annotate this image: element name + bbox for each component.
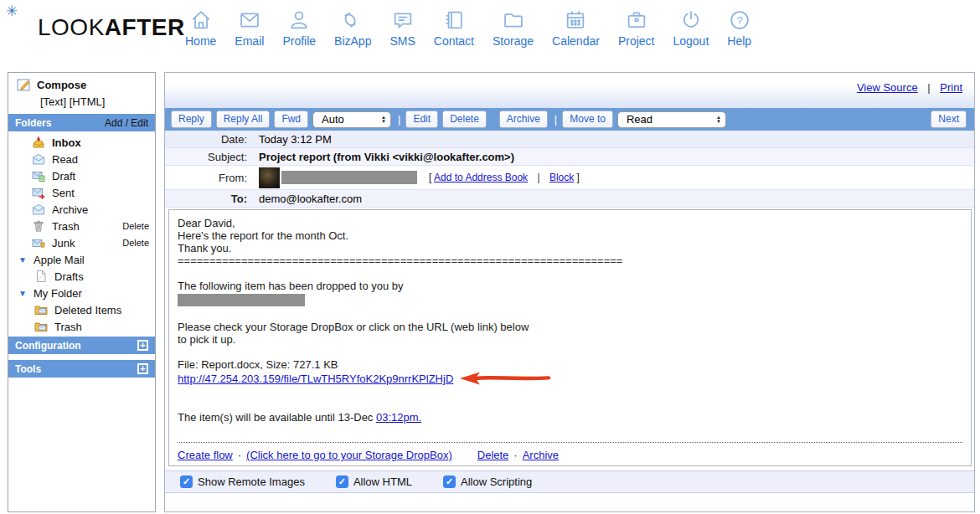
draft-folder-icon xyxy=(32,169,45,182)
nav-item-profile[interactable]: Profile xyxy=(273,8,325,48)
nav-item-project[interactable]: Project xyxy=(609,8,664,48)
option-allow-html[interactable]: ✓ Allow HTML xyxy=(336,475,412,488)
nav-item-logout[interactable]: Logout xyxy=(663,8,718,48)
app-logo: LOOKAFTER xyxy=(38,14,185,41)
red-arrow-annotation xyxy=(457,371,551,386)
edit-button[interactable]: Edit xyxy=(405,111,438,128)
compose-block: Compose [Text] [HTML] xyxy=(8,73,155,114)
folders-header: Folders Add / Edit xyxy=(8,114,155,131)
profile-icon xyxy=(287,8,311,32)
sidebar-item-read[interactable]: Read xyxy=(8,151,155,167)
chevron-down-icon[interactable]: ▼ xyxy=(18,289,30,298)
sidebar-section-my-folder[interactable]: ▼ My Folder xyxy=(8,285,155,301)
read-folder-icon xyxy=(32,152,45,166)
nav-item-help[interactable]: ? Help xyxy=(718,8,761,48)
compose-text-link[interactable]: [Text] xyxy=(40,95,66,108)
sidebar-item-trash[interactable]: Trash Delete xyxy=(8,218,155,234)
nav-item-contact[interactable]: Contact xyxy=(425,8,483,48)
sidebar-item-sent[interactable]: Sent xyxy=(8,184,155,201)
sidebar-item-archive[interactable]: Archive xyxy=(8,201,155,218)
expand-plus-icon[interactable]: + xyxy=(137,363,148,374)
checkbox-checked-icon[interactable]: ✓ xyxy=(336,475,348,488)
header-row-date: Date: Today 3:12 PM xyxy=(165,131,974,148)
nav-item-storage[interactable]: Storage xyxy=(483,8,543,48)
delete-button[interactable]: Delete xyxy=(442,111,487,128)
header-row-from: From: [ Add to Address Book | Block ] xyxy=(165,166,974,190)
junk-delete-link[interactable]: Delete xyxy=(122,238,155,248)
nav-item-sms[interactable]: SMS xyxy=(380,8,424,48)
archive-button[interactable]: Archive xyxy=(499,111,548,128)
folders-add-edit-link[interactable]: Add / Edit xyxy=(105,117,148,129)
file-download-link[interactable]: http://47.254.203.159/file/TLwTH5RYfoK2K… xyxy=(178,373,453,385)
compose-button[interactable]: Compose xyxy=(17,78,148,92)
stepper-icon: ▲▼ xyxy=(381,116,386,124)
sidebar-item-my-trash[interactable]: Trash xyxy=(8,318,155,335)
main-nav: Home Email Profile BizApp SMS Contact xyxy=(176,8,761,48)
compose-label: Compose xyxy=(37,79,86,91)
availability-text: The item(s) will be available until 13-D… xyxy=(178,411,373,424)
message-footer: Create flow · (Click here to go to your … xyxy=(178,442,962,461)
reply-all-button[interactable]: Reply All xyxy=(216,111,271,128)
trash-delete-link[interactable]: Delete xyxy=(122,221,155,231)
storage-dropbox-link[interactable]: (Click here to go to your Storage DropBo… xyxy=(246,449,452,461)
nav-label: Logout xyxy=(673,34,709,48)
from-actions-separator: | xyxy=(537,172,539,183)
nav-item-email[interactable]: Email xyxy=(225,8,273,48)
bracket: [ xyxy=(429,172,431,183)
date-value: Today 3:12 PM xyxy=(259,133,332,146)
footer-delete-link[interactable]: Delete xyxy=(477,449,509,461)
body-greeting: Dear David, xyxy=(178,217,962,229)
app-badge-icon: ✳ xyxy=(6,3,18,20)
from-label: From: xyxy=(165,172,259,184)
email-icon xyxy=(238,8,261,32)
option-show-remote-images[interactable]: ✓ Show Remote Images xyxy=(180,475,305,488)
fwd-button[interactable]: Fwd xyxy=(274,111,308,128)
body-divider: ========================================… xyxy=(178,254,962,267)
sidebar-item-drafts[interactable]: Drafts xyxy=(8,268,155,285)
nav-item-calendar[interactable]: Calendar xyxy=(543,8,609,48)
add-to-address-book-link[interactable]: Add to Address Book xyxy=(434,172,528,183)
auto-select[interactable]: Auto ▲▼ xyxy=(312,111,391,128)
checkbox-checked-icon[interactable]: ✓ xyxy=(180,475,193,488)
folder-label: Junk xyxy=(52,237,75,249)
folder-label: Trash xyxy=(54,321,82,333)
auto-select-value: Auto xyxy=(322,113,374,126)
block-link[interactable]: Block xyxy=(549,172,574,183)
create-flow-link[interactable]: Create flow xyxy=(178,449,233,461)
availability-time-link[interactable]: 03:12pm. xyxy=(376,411,421,424)
section-label: Apple Mail xyxy=(34,254,85,266)
option-allow-scripting[interactable]: ✓ Allow Scripting xyxy=(443,475,532,488)
reply-button[interactable]: Reply xyxy=(171,111,212,128)
configuration-panel-header[interactable]: Configuration + xyxy=(8,337,155,354)
top-header: ✳ LOOKAFTER Home Email Profile BizApp SM… xyxy=(0,0,980,69)
move-to-button[interactable]: Move to xyxy=(562,111,613,128)
nav-item-home[interactable]: Home xyxy=(176,8,225,48)
next-button[interactable]: Next xyxy=(931,111,967,128)
webmail-app: ✳ LOOKAFTER Home Email Profile BizApp SM… xyxy=(0,0,980,514)
option-label: Show Remote Images xyxy=(198,475,305,488)
checkbox-checked-icon[interactable]: ✓ xyxy=(443,475,456,488)
nav-item-bizapp[interactable]: BizApp xyxy=(325,8,380,48)
nav-label: Storage xyxy=(493,34,534,48)
header-row-subject: Subject: Project report (from Vikki <vik… xyxy=(165,148,974,166)
print-link[interactable]: Print xyxy=(940,81,962,94)
sidebar-item-inbox[interactable]: Inbox xyxy=(8,134,155,151)
expand-plus-icon[interactable]: + xyxy=(137,340,148,351)
chevron-down-icon[interactable]: ▼ xyxy=(18,255,30,265)
sidebar-item-draft[interactable]: Draft xyxy=(8,167,155,184)
sidebar-item-deleted-items[interactable]: Deleted Items xyxy=(8,301,155,318)
bracket: ] xyxy=(577,172,580,183)
help-icon: ? xyxy=(728,8,751,32)
sidebar-section-apple-mail[interactable]: ▼ Apple Mail xyxy=(8,251,155,268)
read-select[interactable]: Read ▲▼ xyxy=(617,111,726,128)
compose-html-link[interactable]: [HTML] xyxy=(70,95,106,108)
folder-label: Inbox xyxy=(52,136,81,149)
logo-regular: LOOK xyxy=(38,14,105,40)
tools-panel-header[interactable]: Tools + xyxy=(8,360,155,378)
folder-label: Deleted Items xyxy=(54,304,121,316)
footer-archive-link[interactable]: Archive xyxy=(523,449,559,461)
compose-format-links: [Text] [HTML] xyxy=(40,95,148,108)
view-source-link[interactable]: View Source xyxy=(857,81,918,94)
home-icon xyxy=(189,8,213,32)
sidebar-item-junk[interactable]: Junk Delete xyxy=(8,234,155,251)
